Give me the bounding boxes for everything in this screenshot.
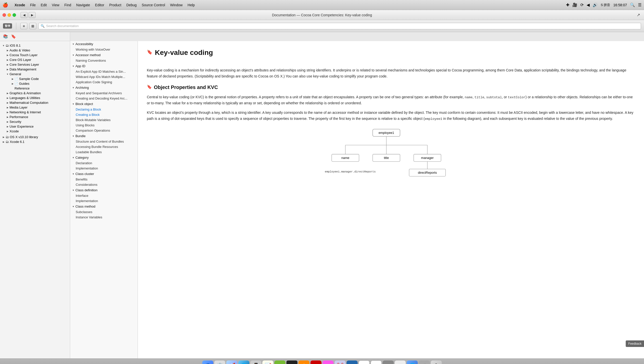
menu-sync-icon[interactable]: ⟳ [580,3,584,7]
docnav-child-considerations[interactable]: Considerations [70,182,138,187]
docnav-child-comparison-ops[interactable]: Comparison Operations [70,128,138,133]
docnav-child-voiceover[interactable]: Working with VoiceOver [70,47,138,52]
dock-finder[interactable]: 🔵 [202,360,213,364]
tree-item-xcode[interactable]: ▶ Xcode [0,129,70,134]
bookmark-icon[interactable]: 🔖 [11,34,16,39]
docnav-child-benefits[interactable]: Benefits [70,177,138,182]
list-view-button[interactable]: ≡ [20,23,27,29]
docnav-child-subclasses[interactable]: Subclasses [70,209,138,215]
menu-editor[interactable]: Editor [95,3,104,7]
forward-button[interactable]: ▶ [29,12,36,18]
dock-onenote[interactable]: N [274,360,285,364]
tree-item-core-os[interactable]: ▶ Core OS Layer [0,57,70,62]
menu-help[interactable]: Help [188,3,195,7]
share-button[interactable]: ↗ [637,13,640,17]
dock-system-prefs[interactable]: ⚙️ [214,360,225,364]
docnav-header-category[interactable]: ▼ Category [70,155,138,160]
tree-item-ios81[interactable]: ▼ 🗂 iOS 8.1 [0,43,70,48]
feedback-button[interactable]: Feedback [626,340,644,347]
dock-monitor2[interactable]: 🖨 [419,360,430,364]
docnav-child-bundle-structure[interactable]: Structure and Content of Bundles [70,139,138,144]
dock-font-book[interactable]: A [371,360,382,364]
tree-item-performance[interactable]: ▶ Performance [0,115,70,119]
docnav-child-block-mutable[interactable]: Block-Mutable Variables [70,117,138,123]
library-icon[interactable]: 📚 [3,34,8,39]
menu-camera-icon[interactable]: 🎥 [572,3,577,7]
menu-edit[interactable]: Edit [41,3,47,7]
back-button[interactable]: ◀ [21,12,28,18]
docnav-child-classdef-impl[interactable]: Implementation [70,198,138,204]
tree-item-general[interactable]: ▼ General [0,72,70,76]
menu-xcode[interactable]: Xcode [15,3,25,7]
tree-item-audio[interactable]: ▶ Audio & Video [0,48,70,53]
docnav-header-block[interactable]: ▼ Block object [70,101,138,107]
docnav-header-appid[interactable]: ▼ App ID [70,63,138,69]
menu-window[interactable]: Window [170,3,183,7]
docnav-child-wildcard-appid[interactable]: Wildcard App IDs Match Multiple... [70,74,138,79]
tree-item-guides[interactable]: ▶ 📄 Guides [0,81,70,86]
dock-trash[interactable]: 🗑 [431,360,442,364]
tree-item-cocoa-touch[interactable]: ▶ Cocoa Touch Layer [0,53,70,57]
dock-filezilla[interactable]: FZ [310,360,321,364]
menu-view[interactable]: View [52,3,59,7]
menu-product[interactable]: Product [109,3,121,7]
dock-safari[interactable]: 🌐 [238,360,249,364]
docnav-child-creating-decoding[interactable]: Creating and Decoding Keyed Arc... [70,96,138,101]
docnav-child-keyed-archivers[interactable]: Keyed and Sequential Archivers [70,90,138,96]
docnav-child-implementation[interactable]: Implementation [70,166,138,171]
tree-item-graphics[interactable]: ▶ Graphics & Animation [0,91,70,96]
docnav-child-codesigning[interactable]: Application Code Signing [70,79,138,85]
tree-item-security[interactable]: ▶ Security [0,119,70,124]
docnav-header-classdef[interactable]: ▼ Class definition [70,187,138,193]
menu-ime[interactable]: S 拼音 [601,3,610,7]
dock-vm[interactable]: 💻 [395,360,406,364]
tree-item-data-mgmt[interactable]: ▶ Data Management [0,67,70,72]
docnav-child-using-blocks[interactable]: Using Blocks [70,123,138,128]
dock-font-manager[interactable]: A [359,360,370,364]
docnav-child-instance-vars[interactable]: Instance Variables [70,215,138,220]
docnav-header-accessor[interactable]: ▼ Accessor method [70,52,138,58]
tree-item-math-comp[interactable]: ▶ Mathematical Computation [0,100,70,105]
tree-item-media-layer[interactable]: ▶ Media Layer [0,105,70,110]
dock-extras[interactable]: ✂️ [335,360,346,364]
docnav-child-naming-conv[interactable]: Naming Conventions [70,58,138,63]
docnav-header-archiving[interactable]: ▼ Archiving [70,85,138,90]
docnav-child-interface[interactable]: Interface [70,193,138,198]
docnav-child-explicit-appid[interactable]: An Explicit App ID Matches a Sin... [70,69,138,74]
menu-find[interactable]: Find [64,3,71,7]
search-box[interactable]: 🔍 Search documentation [38,23,641,29]
maximize-button[interactable] [13,13,16,17]
dock-launchpad[interactable]: 🚀 [226,360,237,364]
menu-debug[interactable]: Debug [126,3,137,7]
menu-back-icon[interactable]: ◀ [587,3,590,7]
tree-item-xcode61[interactable]: ▶ 🗂 Xcode 6.1 [0,139,70,144]
dock-blue2[interactable]: 🌐 [407,360,418,364]
menu-file[interactable]: File [30,3,36,7]
tree-item-reference[interactable]: Reference [0,86,70,91]
menu-source-control[interactable]: Source Control [142,3,165,7]
docnav-header-bundle[interactable]: ▼ Bundle [70,133,138,139]
docnav-child-declaring-block[interactable]: Declaring a Block [70,107,138,112]
dock-word[interactable]: W [347,360,358,364]
dock-terminal[interactable]: $_ [286,360,297,364]
dock-remote-desktop[interactable]: 🖥 [383,360,394,364]
docnav-child-creating-block[interactable]: Creating a Block [70,112,138,117]
docnav-child-bundle-resources[interactable]: Accessing Bundle Resources [70,144,138,149]
docnav-header-accessibility[interactable]: ▼ Accessibility [70,41,138,47]
docnav-child-declaration[interactable]: Declaration [70,160,138,166]
menu-plus-icon[interactable]: ✚ [566,3,569,7]
tree-item-languages[interactable]: ▶ Languages & Utilities [0,96,70,100]
tree-item-networking[interactable]: ▶ Networking & Internet [0,110,70,115]
close-button[interactable] [3,13,6,17]
dock-iphone-configurator[interactable]: 📱 [250,360,261,364]
dock-notes[interactable]: 📝 [262,360,273,364]
grid-view-button[interactable]: ⊞ [29,23,36,29]
menu-list-icon[interactable]: ☰ [638,3,641,7]
menu-search-icon[interactable]: 🔍 [630,3,635,7]
docnav-child-loadable-bundles[interactable]: Loadable Bundles [70,149,138,155]
menu-navigate[interactable]: Navigate [76,3,90,7]
tree-item-sample-code[interactable]: ▶ 📄 Sample Code [0,76,70,81]
docnav-header-cluster[interactable]: ▼ Class cluster [70,171,138,177]
docnav-header-classmethod[interactable]: ▼ Class method [70,204,138,209]
tree-item-osx1010[interactable]: ▶ 🗂 OS X v10.10 library [0,135,70,139]
